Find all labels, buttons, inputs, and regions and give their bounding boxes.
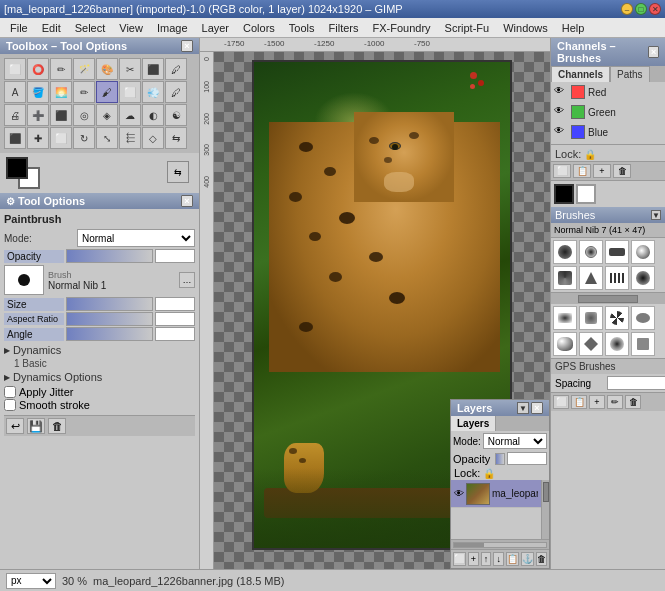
layers-hscroll-thumb[interactable] [454,543,484,547]
tool-airbrush[interactable]: 💨 [142,81,164,103]
menu-select[interactable]: Select [69,20,112,36]
brush-cell-16[interactable] [631,332,655,356]
brush-cell-10[interactable] [579,306,603,330]
toolbox-close-btn[interactable]: × [181,40,193,52]
tool-path[interactable]: 🖊 [165,58,187,80]
channel-eye-green[interactable]: 👁 [554,105,568,119]
tool-scale[interactable]: ⤡ [96,127,118,149]
menu-file[interactable]: File [4,20,34,36]
layers-hscroll-track[interactable] [453,542,547,548]
brushes-scroll-indicator[interactable] [551,292,665,304]
aspect-slider[interactable] [66,312,153,326]
maximize-button[interactable]: □ [635,3,647,15]
brushes-scroll-thumb[interactable] [578,295,638,303]
tool-perspective-clone[interactable]: ⬛ [50,104,72,126]
tool-rect-select[interactable]: ⬜ [4,58,26,80]
brush-cell-12[interactable] [631,306,655,330]
angle-slider[interactable] [66,327,153,341]
tool-btn-delete[interactable]: 🗑 [48,418,66,434]
layers-scrollbar[interactable] [541,480,549,539]
brush-btn-1[interactable]: ⬜ [553,395,569,409]
brush-cell-13[interactable] [553,332,577,356]
opacity-slider[interactable] [66,249,153,263]
layers-lock-icon[interactable]: 🔒 [483,468,495,479]
tool-select-by-color[interactable]: 🎨 [96,58,118,80]
layers-close-btn[interactable]: × [531,402,543,414]
brush-cell-5[interactable] [553,266,577,290]
tab-paths[interactable]: Paths [610,66,650,82]
opacity-input[interactable]: 100.0 [155,249,195,263]
brush-preview[interactable] [4,265,44,295]
tool-pencil[interactable]: ✏ [73,81,95,103]
aspect-input[interactable]: 0.00 [155,312,195,326]
tool-heal[interactable]: ➕ [27,104,49,126]
foreground-color[interactable] [6,157,28,179]
brush-cell-8[interactable] [631,266,655,290]
menu-script-fu[interactable]: Script-Fu [439,20,496,36]
brush-cell-7[interactable] [605,266,629,290]
layers-btn-anchor[interactable]: ⚓ [521,552,534,566]
tool-perspective[interactable]: ◇ [142,127,164,149]
brush-cell-3[interactable] [605,240,629,264]
tool-crop[interactable]: ⬜ [50,127,72,149]
layers-btn-lower[interactable]: ↓ [493,552,504,566]
tool-fuzzy-select[interactable]: 🪄 [73,58,95,80]
brush-btn-2[interactable]: 📋 [571,395,587,409]
brush-cell-11[interactable] [605,306,629,330]
minimize-button[interactable]: – [621,3,633,15]
channel-eye-blue[interactable]: 👁 [554,125,568,139]
tool-blend[interactable]: 🌅 [50,81,72,103]
tool-options-close-btn[interactable]: × [181,195,193,207]
channel-btn-1[interactable]: ⬜ [553,164,571,178]
menu-image[interactable]: Image [151,20,194,36]
tool-flip[interactable]: ⇆ [165,127,187,149]
tool-blur[interactable]: ◎ [73,104,95,126]
tool-text[interactable]: A [4,81,26,103]
mode-select[interactable]: Normal Multiply Screen [77,229,195,247]
channel-btn-4[interactable]: 🗑 [613,164,631,178]
layers-btn-raise[interactable]: ↑ [481,552,492,566]
tab-channels[interactable]: Channels [551,66,610,82]
layers-btn-new-layer[interactable]: + [468,552,479,566]
channels-brushes-close-btn[interactable]: × [648,46,659,58]
menu-help[interactable]: Help [556,20,591,36]
brush-cell-15[interactable] [605,332,629,356]
brush-cell-2[interactable] [579,240,603,264]
tool-smudge[interactable]: ☁ [119,104,141,126]
menu-filters[interactable]: Filters [323,20,365,36]
smooth-stroke-checkbox[interactable] [4,399,16,411]
tool-paintbrush[interactable]: 🖌 [96,81,118,103]
tool-scissors[interactable]: ✂ [119,58,141,80]
menu-windows[interactable]: Windows [497,20,554,36]
brush-btn-3[interactable]: + [589,395,605,409]
fg-swatch[interactable] [554,184,574,204]
dynamics-options-section[interactable]: Dynamics Options [4,369,195,385]
tool-btn-restore[interactable]: ↩ [6,418,24,434]
menu-colors[interactable]: Colors [237,20,281,36]
tool-sharpen[interactable]: ◈ [96,104,118,126]
bg-swatch[interactable] [576,184,596,204]
menu-layer[interactable]: Layer [196,20,236,36]
tool-eraser[interactable]: ⬜ [119,81,141,103]
angle-input[interactable]: 0.00 [155,327,195,341]
channel-btn-3[interactable]: + [593,164,611,178]
channel-eye-red[interactable]: 👁 [554,85,568,99]
zoom-unit-select[interactable]: px % [6,573,56,589]
apply-jitter-checkbox[interactable] [4,386,16,398]
brushes-panel-menu-btn[interactable]: ▼ [651,210,661,220]
brush-cell-9[interactable] [553,306,577,330]
layers-arrow-btn[interactable]: ▼ [517,402,529,414]
brush-btn-5[interactable]: 🗑 [625,395,641,409]
layers-btn-delete[interactable]: 🗑 [536,552,547,566]
channel-btn-2[interactable]: 📋 [573,164,591,178]
tool-ink[interactable]: 🖊 [165,81,187,103]
tool-rotate[interactable]: ↻ [73,127,95,149]
dynamics-section[interactable]: Dynamics [4,342,195,358]
layers-hscroll[interactable] [451,539,549,549]
layers-mode-select[interactable]: Normal [483,433,547,449]
menu-fx-foundry[interactable]: FX-Foundry [366,20,436,36]
tool-desaturate[interactable]: ☯ [165,104,187,126]
tool-move[interactable]: ✚ [27,127,49,149]
menu-view[interactable]: View [113,20,149,36]
tool-btn-save[interactable]: 💾 [27,418,45,434]
